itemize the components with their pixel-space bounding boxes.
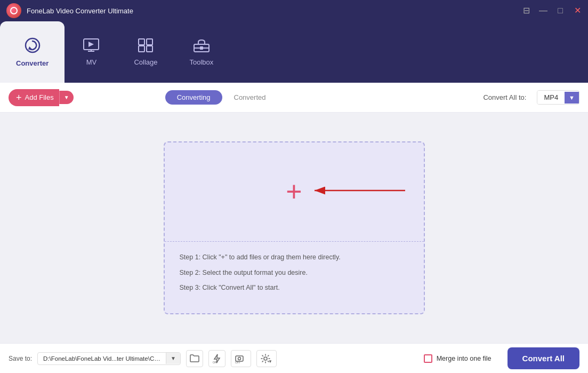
instruction-step-2: Step 2: Select the output format you des… bbox=[180, 268, 409, 278]
captions-btn[interactable]: ⊟ bbox=[522, 6, 530, 15]
drop-zone-top: + bbox=[165, 142, 424, 241]
save-path-box[interactable]: D:\FoneLab\FoneLab Vid...ter Ultimate\Co… bbox=[37, 352, 181, 365]
svg-point-19 bbox=[264, 357, 267, 360]
converted-tab[interactable]: Converted bbox=[222, 90, 278, 105]
convert-all-button[interactable]: Convert All bbox=[508, 347, 579, 369]
tab-converter[interactable]: Converter bbox=[0, 21, 65, 83]
add-files-button[interactable]: + Add Files bbox=[9, 89, 59, 106]
svg-rect-8 bbox=[147, 46, 152, 52]
svg-text:▼: ▼ bbox=[268, 359, 272, 363]
tab-toolbox-label: Toolbox bbox=[190, 58, 214, 66]
svg-text:OFF: OFF bbox=[213, 361, 218, 363]
drop-zone-plus-icon: + bbox=[286, 178, 302, 205]
main-content: + Step 1: Click "+" to add files or drag… bbox=[0, 113, 588, 343]
convert-all-to-label: Convert All to: bbox=[483, 93, 526, 101]
tab-collage[interactable]: Collage bbox=[118, 21, 173, 83]
converting-tab[interactable]: Converting bbox=[165, 90, 222, 105]
app-icon bbox=[6, 3, 21, 18]
save-path-dropdown[interactable]: ▼ bbox=[166, 353, 180, 364]
format-selector[interactable]: MP4 ▼ bbox=[537, 90, 579, 105]
drop-zone[interactable]: + Step 1: Click "+" to add files or drag… bbox=[164, 141, 425, 314]
toolbox-icon bbox=[193, 38, 210, 55]
instruction-step-3: Step 3: Click "Convert All" to start. bbox=[180, 283, 409, 293]
toolbar: + Add Files ▼ Converting Converted Conve… bbox=[0, 83, 588, 113]
add-files-dropdown-btn[interactable]: ▼ bbox=[59, 91, 74, 104]
nav-tabs: Converter MV Collage bbox=[0, 21, 588, 83]
close-btn[interactable]: ✕ bbox=[573, 6, 582, 15]
converter-icon bbox=[24, 37, 41, 56]
settings-gear-btn[interactable]: ▼ bbox=[256, 350, 277, 367]
svg-rect-5 bbox=[139, 39, 144, 45]
tab-mv-label: MV bbox=[86, 58, 97, 66]
minimize-btn[interactable]: — bbox=[539, 6, 547, 15]
merge-checkbox[interactable] bbox=[424, 354, 432, 363]
svg-rect-11 bbox=[200, 46, 203, 50]
svg-rect-6 bbox=[147, 39, 152, 45]
instruction-step-1: Step 1: Click "+" to add files or drag t… bbox=[180, 252, 409, 263]
maximize-btn[interactable]: □ bbox=[556, 6, 565, 15]
collage-icon bbox=[138, 38, 154, 55]
boost-off-btn[interactable]: OFF bbox=[208, 350, 225, 367]
drop-zone-instructions: Step 1: Click "+" to add files or drag t… bbox=[165, 242, 424, 313]
merge-label: Merge into one file bbox=[437, 355, 492, 362]
merge-checkbox-area: Merge into one file bbox=[424, 354, 492, 363]
title-bar-controls: ⊟ — □ ✕ bbox=[522, 6, 582, 15]
arrow-indicator bbox=[312, 182, 408, 201]
app-icon-inner bbox=[10, 7, 18, 14]
tab-mv[interactable]: MV bbox=[65, 21, 118, 83]
format-dropdown-arrow[interactable]: ▼ bbox=[565, 92, 579, 104]
plus-icon: + bbox=[16, 93, 22, 102]
folder-browse-btn[interactable] bbox=[186, 350, 203, 367]
svg-text:OFF: OFF bbox=[235, 361, 240, 363]
save-to-label: Save to: bbox=[9, 355, 32, 362]
svg-point-17 bbox=[238, 357, 240, 360]
tab-converter-label: Converter bbox=[16, 59, 49, 67]
save-path-text: D:\FoneLab\FoneLab Vid...ter Ultimate\Co… bbox=[38, 353, 166, 364]
mv-icon bbox=[83, 38, 100, 55]
app-title: FoneLab Video Converter Ultimate bbox=[27, 7, 133, 15]
svg-marker-1 bbox=[28, 46, 32, 50]
format-value: MP4 bbox=[537, 91, 565, 104]
svg-rect-7 bbox=[139, 46, 144, 52]
add-files-group: + Add Files ▼ bbox=[9, 89, 74, 106]
content-tabs: Converting Converted bbox=[165, 90, 278, 105]
tab-toolbox[interactable]: Toolbox bbox=[174, 21, 230, 83]
bottom-bar: Save to: D:\FoneLab\FoneLab Vid...ter Ul… bbox=[0, 343, 588, 373]
tab-collage-label: Collage bbox=[134, 58, 157, 66]
title-bar: FoneLab Video Converter Ultimate ⊟ — □ ✕ bbox=[0, 0, 588, 21]
hardware-accel-btn[interactable]: OFF bbox=[231, 350, 251, 367]
